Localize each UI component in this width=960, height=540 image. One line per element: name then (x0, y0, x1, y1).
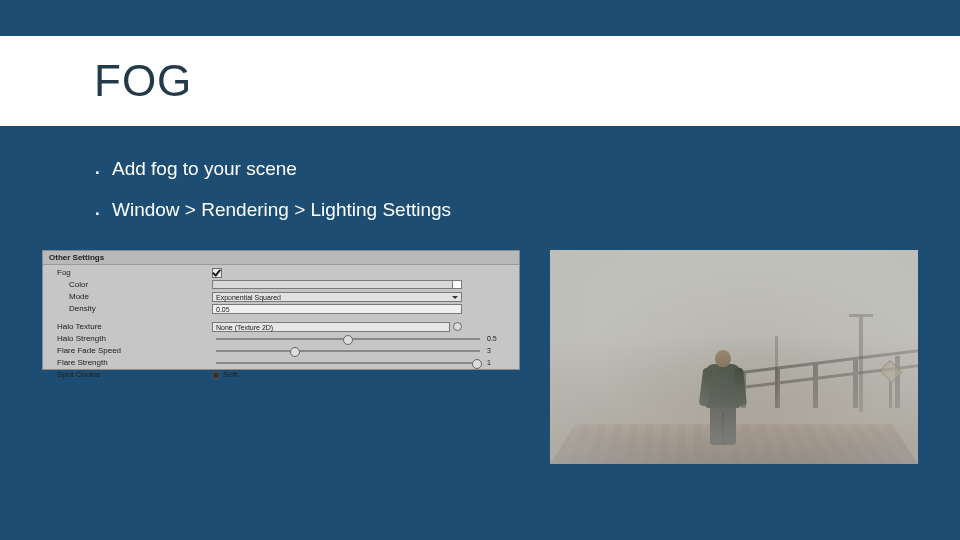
spot-cookie-radio[interactable] (212, 371, 220, 379)
bullet-item: Add fog to your scene (94, 156, 451, 183)
fog-checkbox[interactable] (212, 268, 222, 278)
flare-strength-label: Flare Strength (47, 358, 212, 367)
row-fog-mode: Mode Exponential Squared (47, 291, 515, 302)
spot-cookie-value: Soft (223, 370, 237, 379)
fog-color-label: Color (47, 280, 212, 289)
flare-strength-slider[interactable] (216, 362, 480, 364)
fog-density-input[interactable]: 0.05 (212, 304, 462, 314)
row-flare-fade: Flare Fade Speed 3 (47, 345, 515, 356)
slide-title: FOG (94, 56, 192, 106)
fog-density-label: Density (47, 304, 212, 313)
row-fog-density: Density 0.05 (47, 303, 515, 314)
fog-mode-dropdown[interactable]: Exponential Squared (212, 292, 462, 302)
flare-fade-value: 3 (487, 347, 515, 354)
row-fog-color: Color (47, 279, 515, 290)
flare-fade-slider[interactable] (216, 350, 480, 352)
fog-overlay (550, 250, 918, 464)
flare-strength-value: 1 (487, 359, 515, 366)
unity-settings-panel: Other Settings Fog Color Mode Exponentia… (42, 250, 520, 370)
object-picker-icon[interactable] (453, 322, 462, 331)
row-flare-strength: Flare Strength 1 (47, 357, 515, 368)
halo-texture-slot[interactable]: None (Texture 2D) (212, 322, 450, 332)
halo-strength-value: 0.5 (487, 335, 515, 342)
row-fog: Fog (47, 267, 515, 278)
halo-texture-label: Halo Texture (47, 322, 212, 331)
game-screenshot (550, 250, 918, 464)
row-halo-strength: Halo Strength 0.5 (47, 333, 515, 344)
panel-header: Other Settings (43, 251, 519, 265)
halo-strength-label: Halo Strength (47, 334, 212, 343)
fog-color-swatch[interactable] (212, 280, 462, 289)
bullet-list: Add fog to your scene Window > Rendering… (94, 156, 451, 237)
fog-label: Fog (47, 268, 212, 277)
row-spot-cookie: Spot Cookie Soft (47, 369, 515, 380)
row-halo-texture: Halo Texture None (Texture 2D) (47, 321, 515, 332)
bullet-item: Window > Rendering > Lighting Settings (94, 197, 451, 224)
title-band: FOG (0, 36, 960, 126)
fog-mode-label: Mode (47, 292, 212, 301)
spot-cookie-label: Spot Cookie (47, 370, 212, 379)
halo-strength-slider[interactable] (216, 338, 480, 340)
flare-fade-label: Flare Fade Speed (47, 346, 212, 355)
